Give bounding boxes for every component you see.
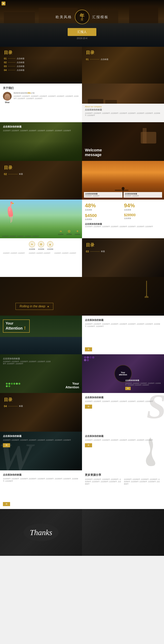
slide4-grass	[0, 142, 82, 161]
hero-title-row: 欧美风格 年 度 汇报模板	[0, 10, 164, 24]
brush-gesture-text: 点击添加字, 点击添加字, 点击添加字, 点击添加字, 点击添加字, 点击添加字…	[85, 439, 161, 441]
hero-left-text: 欧美风格	[56, 15, 72, 19]
logo-area: 图	[2, 2, 6, 6]
brush-w-dark-slide: W 点击添加你的标题 点击添加字, 点击添加字, 点击添加字, 点击添加字, 点…	[0, 432, 82, 470]
about-subtitle: 和具有专业技术的团队介绍	[14, 92, 79, 94]
brush-w-content: 点击添加你的标题 点击添加字, 点击添加字, 点击添加字, 点击添加字, 点击添…	[0, 432, 82, 450]
rolling-lamp	[145, 281, 148, 298]
more-grid: 点击添加字, 点击添加字, 点击添加字, 点击添加字, 点击添加字, 点击添加字…	[85, 478, 161, 485]
icon-item3: ▲ 点击添加	[47, 241, 53, 250]
brush-s-btn[interactable]: 阅	[85, 404, 92, 409]
welcome-equipment	[137, 128, 160, 151]
icon-text-grid: 点击添加字, 点击添加字, 点击添加字 点击添加字, 点击添加字, 点击添加字 …	[3, 252, 79, 254]
thanks-circle-area: Thanks	[24, 524, 58, 541]
hero-slide: 图 欧美风格 年 度 汇报模板 汇报人 2019-10-4	[0, 0, 164, 47]
more-title: 更多资源分享	[85, 473, 161, 477]
brush-gesture-btn[interactable]: 阅	[85, 443, 92, 447]
stats-slide: 48% 点击添加 94% 点击添加 $4500 点击添加 $28900 点击添加…	[82, 200, 164, 238]
final-btn[interactable]: 阅	[3, 502, 10, 506]
brush-w-btn[interactable]: 阅	[3, 443, 10, 447]
icon-circle1: ❧	[29, 241, 35, 247]
more-col2: 点击添加字, 点击添加字, 点击添加字, 点击添加字, 点击添加字, 点击添加字…	[124, 478, 161, 485]
person-boxes: 点击添加你的标题 点击添加字, 点击添加字 点击添加你的标题 点击添加字, 点击…	[84, 192, 162, 198]
add-title-slide-1: 点击添加你的标题 点击添加字, 点击添加字, 点击添加字, 点击添加字, 点击添…	[0, 122, 82, 161]
toc04-title: 目录	[4, 397, 23, 403]
three-icons-slide: ❧ 点击添加 ✿ 点击添加 ▲ 点击添加 点击添加字, 点击添加字, 点击添加字…	[0, 238, 82, 277]
toc02-title: 目录	[4, 165, 23, 170]
about-avatar	[3, 92, 12, 100]
grapes	[84, 356, 96, 361]
person-slide: 点击添加你的标题 点击添加字, 点击添加字 点击添加你的标题 点击添加字, 点击…	[82, 161, 164, 200]
toc03-content: 目录 03 标题	[86, 242, 105, 253]
stat1-label: 点击添加	[85, 209, 122, 211]
icon-text2: 点击添加字, 点击添加字, 点击添加字	[29, 252, 53, 254]
toc2-item1[interactable]: 01 点击标题	[86, 58, 108, 61]
more-resources-slide: 更多资源分享 点击添加字, 点击添加字, 点击添加字, 点击添加字, 点击添加字…	[82, 470, 164, 509]
final-text: 点击添加字, 点击添加字, 点击添加字, 点击添加字, 点击添加字, 点击添加字…	[3, 478, 79, 500]
toc2-title: 目录	[86, 50, 108, 56]
toc02-content: 目录 02 标题	[4, 165, 23, 176]
toc03-title: 目录	[86, 242, 105, 248]
brush-w-text: 点击添加字, 点击添加字, 点击添加字, 点击添加字, 点击添加字, 点击添加字…	[3, 439, 79, 441]
toc1-item4[interactable]: 04 点击标题	[4, 69, 24, 72]
rolling-bg	[0, 277, 164, 316]
icon-circle2: ✿	[38, 241, 44, 247]
grapes-content: 点击添加你的标题 点击添加字, 点击添加字, 点击添加字, 点击添加字, 点击添…	[125, 379, 162, 390]
hero-button-row: 汇报人	[0, 28, 164, 36]
toc-slide-1: 目录 01 点击标题 02 点击标题 03 点击标题 04 点击标题	[0, 47, 82, 84]
content1-text: 点击添加字, 点击添加字, 点击添加字, 点击添加字, 点击添加字, 点击添加字…	[85, 323, 161, 346]
thanks-slide: Thanks	[0, 509, 164, 556]
toc03-item[interactable]: 03 标题	[86, 250, 105, 253]
about-company-slide: About our company 点击添加你的标题 点击添加字, 点击添加字,…	[82, 84, 164, 122]
stat2: 94% 点击添加	[124, 202, 161, 211]
slide4-text: 点击添加字, 点击添加字, 点击添加字, 点击添加字, 点击添加字, 点击添加字…	[3, 130, 71, 132]
more-text1: 点击添加字, 点击添加字, 点击添加字, 点击添加字, 点击添加字, 点击添加字…	[85, 478, 122, 485]
about-name: Shar	[3, 101, 12, 104]
stat2-label: 点击添加	[124, 209, 161, 211]
welcome-slide: Welcomemessage	[82, 122, 164, 161]
stat4: $28900 点击添加	[124, 213, 161, 221]
about-company-title: 点击添加你的标题	[85, 108, 161, 111]
icon-text3: 点击添加字, 点击添加字, 点击添加字	[54, 252, 79, 254]
about-company-content: About our company 点击添加你的标题 点击添加字, 点击添加字,…	[82, 104, 164, 122]
toc04-item[interactable]: 04 标题	[4, 404, 23, 408]
brush-gesture-slide: 点击添加你的标题 点击添加字, 点击添加字, 点击添加字, 点击添加字, 点击添…	[82, 432, 164, 470]
berries-slide: YourAttention 点击添加你的标题 点击添加字, 点击添加字, 点击添…	[0, 354, 82, 393]
brush-gesture-content: 点击添加你的标题 点击添加字, 点击添加字, 点击添加字, 点击添加字, 点击添…	[82, 432, 164, 450]
berries-title: 点击添加你的标题	[3, 357, 20, 360]
content1-title: 点击添加你的标题	[85, 318, 161, 322]
toc-slide-2: 目录 01 点击标题	[82, 47, 164, 84]
toc1-item1[interactable]: 01 点击标题	[4, 57, 24, 60]
hero-right-text: 汇报模板	[92, 15, 109, 19]
flamingo-slide: ❧ 点击添加 ✿ 点击添加 ✦ 点击添加 点击添加字, 点击添加字, 点击添加字…	[0, 200, 82, 238]
toc02-item[interactable]: 02 标题	[4, 172, 23, 176]
more-text2: 点击添加字, 点击添加字, 点击添加字, 点击添加字, 点击添加字, 点击添加字…	[124, 478, 161, 485]
flamingo	[5, 202, 10, 213]
brush-s-content: 点击添加你的标题 点击添加字, 点击添加字, 点击添加字, 点击添加字, 点击添…	[82, 393, 164, 412]
toc-02-slide: 目录 02 标题	[0, 161, 82, 200]
attention2-text: YourAttention	[65, 382, 79, 389]
welcome-title: Welcomemessage	[85, 148, 102, 157]
berries-text: 点击添加字, 点击添加字, 点击添加字, 点击添加字, 点击添加字, 点击添加字…	[3, 360, 52, 365]
rolling-text-inner: Rolling in the deep ★	[16, 303, 53, 310]
toc1-item2[interactable]: 02 点击标题	[4, 61, 24, 64]
rolling-text-box: Rolling in the deep ★	[16, 303, 53, 310]
reporter-button[interactable]: 汇报人	[68, 28, 96, 36]
content1-btn[interactable]: 阅	[85, 347, 92, 352]
final-content-slide: 点击添加你的标题 点击添加字, 点击添加字, 点击添加字, 点击添加字, 点击添…	[0, 470, 82, 509]
stat4-label: 点击添加	[124, 217, 161, 220]
hero-badge: 年 度	[75, 10, 89, 24]
toc1-item3[interactable]: 03 点击标题	[4, 65, 24, 68]
about-us-title: 关于我们	[3, 86, 79, 90]
toc2-content: 目录 01 点击标题	[86, 50, 108, 62]
toc04-content: 目录 04 标题	[4, 397, 23, 408]
stat4-num: $28900	[124, 213, 161, 217]
grapes-btn[interactable]: 阅	[125, 387, 131, 390]
rolling-slide: Rolling in the deep ★	[0, 277, 164, 316]
person-box1: 点击添加你的标题 点击添加字, 点击添加字	[84, 192, 123, 198]
toc-04-slide: 目录 04 标题	[0, 393, 82, 432]
about-company-img	[82, 84, 164, 105]
icon-circle3: ▲	[47, 241, 53, 247]
berries	[6, 383, 21, 387]
person-box1-text: 点击添加字, 点击添加字	[85, 195, 121, 197]
